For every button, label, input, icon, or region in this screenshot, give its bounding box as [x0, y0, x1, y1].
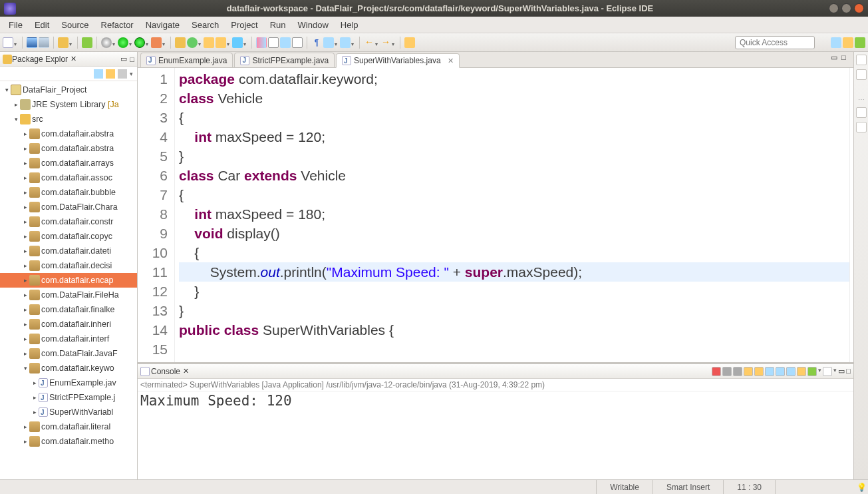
- project-tree[interactable]: ▾DataFlair_Project▸JRE System Library [J…: [0, 81, 137, 479]
- editor-minimize-icon[interactable]: ▭: [831, 53, 840, 63]
- view-close-icon[interactable]: ✕: [71, 55, 76, 63]
- java-perspective-button[interactable]: [843, 37, 853, 48]
- open-type-button[interactable]: [58, 37, 69, 48]
- wrap-dropdown[interactable]: [335, 41, 339, 45]
- package-11[interactable]: ▸com.DataFlair.FileHa: [0, 288, 137, 302]
- annotate-button[interactable]: [268, 37, 279, 48]
- pilcrow-button[interactable]: ¶: [311, 37, 322, 48]
- package-7[interactable]: ▸com.dataflair.copyc: [0, 229, 137, 244]
- view-maximize-icon[interactable]: □: [130, 55, 134, 63]
- new-console-icon[interactable]: [823, 367, 832, 376]
- menu-navigate[interactable]: Navigate: [140, 19, 186, 31]
- collapse-all-icon[interactable]: [94, 69, 103, 79]
- console-minimize-icon[interactable]: ▭: [838, 367, 845, 376]
- package-2[interactable]: ▸com.dataflair.arrays: [0, 156, 137, 170]
- package-13[interactable]: ▸com.dataflair.inheri: [0, 317, 137, 332]
- new-button[interactable]: [3, 37, 13, 48]
- menu-source[interactable]: Source: [55, 19, 94, 31]
- run-dropdown[interactable]: [129, 41, 133, 45]
- back-button[interactable]: ←: [364, 37, 374, 48]
- file-2[interactable]: ▸SuperWithVariabl: [0, 405, 137, 419]
- package-6[interactable]: ▸com.dataflair.constr: [0, 214, 137, 229]
- open-perspective-button[interactable]: [831, 37, 841, 48]
- coverage-button[interactable]: [134, 37, 145, 48]
- debug-button[interactable]: [101, 37, 112, 48]
- forward-button[interactable]: →: [380, 37, 391, 48]
- tasklist-icon[interactable]: [856, 69, 867, 80]
- pin-button[interactable]: [404, 37, 415, 48]
- outline-restore-icon[interactable]: [856, 55, 867, 65]
- format-button[interactable]: [340, 37, 351, 48]
- console-dropdown[interactable]: ▾: [818, 367, 821, 376]
- debug-perspective-button[interactable]: [855, 37, 865, 48]
- menu-window[interactable]: Window: [292, 19, 335, 31]
- menu-run[interactable]: Run: [264, 19, 292, 31]
- new-dropdown[interactable]: [14, 41, 18, 45]
- word-wrap-icon[interactable]: [765, 367, 774, 376]
- editor-maximize-icon[interactable]: □: [841, 53, 851, 63]
- tip-icon[interactable]: 💡: [855, 483, 868, 492]
- open-type-dropdown[interactable]: [69, 41, 73, 45]
- hierarchy-icon[interactable]: [856, 122, 867, 132]
- menu-refactor[interactable]: Refactor: [95, 19, 140, 31]
- menu-search[interactable]: Search: [186, 19, 225, 31]
- format-dropdown[interactable]: [351, 41, 355, 45]
- file-1[interactable]: ▸StrictFPExample.j: [0, 390, 137, 405]
- minimize-button[interactable]: [829, 3, 839, 13]
- outline-icon[interactable]: [856, 107, 867, 118]
- package-14[interactable]: ▸com.dataflair.interf: [0, 332, 137, 346]
- new-package-button[interactable]: [175, 37, 186, 48]
- package-0[interactable]: ▸com.dataflair.abstra: [0, 126, 137, 141]
- toggle-button[interactable]: [82, 37, 92, 48]
- view-minimize-icon[interactable]: ▭: [120, 55, 127, 63]
- package-18[interactable]: ▸com.dataflair.metho: [0, 434, 137, 449]
- show-console-icon[interactable]: [776, 367, 785, 376]
- open-console-icon[interactable]: [807, 367, 817, 376]
- code-editor[interactable]: 123456789101112131415 package com.datafl…: [138, 68, 853, 362]
- package-15[interactable]: ▸com.DataFlair.JavaF: [0, 346, 137, 361]
- package-8[interactable]: ▸com.dataflair.dateti: [0, 244, 137, 258]
- package-3[interactable]: ▸com.dataflair.assoc: [0, 170, 137, 185]
- folder2-button[interactable]: [216, 37, 226, 48]
- view-menu-icon[interactable]: ▾: [130, 71, 133, 77]
- package-1[interactable]: ▸com.dataflair.abstra: [0, 141, 137, 156]
- remove-all-icon[interactable]: [733, 367, 742, 376]
- coverage-dropdown[interactable]: [146, 41, 150, 45]
- tab-close-icon[interactable]: ✕: [448, 57, 454, 65]
- scroll-lock-icon[interactable]: [754, 367, 764, 376]
- editor-tab-1[interactable]: StrictFPExample.java: [234, 53, 335, 67]
- run-last-dropdown[interactable]: [162, 41, 166, 45]
- mark-button[interactable]: [292, 37, 303, 48]
- save-all-button[interactable]: [39, 37, 49, 48]
- package-17[interactable]: ▸com.dataflair.literal: [0, 419, 137, 434]
- menu-edit[interactable]: Edit: [29, 19, 55, 31]
- clear-console-icon[interactable]: [744, 367, 753, 376]
- menu-help[interactable]: Help: [335, 19, 364, 31]
- search-button[interactable]: [256, 37, 267, 48]
- editor-tab-0[interactable]: EnumExample.java: [140, 53, 233, 67]
- package-12[interactable]: ▸com.dataflair.finalke: [0, 302, 137, 317]
- forward-dropdown[interactable]: [392, 41, 396, 45]
- new-class-dropdown[interactable]: [198, 41, 202, 45]
- display-selected-icon[interactable]: [797, 367, 806, 376]
- package-10[interactable]: ▸com.dataflair.encap: [0, 273, 137, 288]
- package-5[interactable]: ▸com.DataFlair.Chara: [0, 200, 137, 214]
- close-button[interactable]: [854, 3, 864, 13]
- editor-tab-2[interactable]: SuperWithVariables.java✕: [336, 53, 460, 68]
- focus-icon[interactable]: [118, 69, 127, 79]
- task-button[interactable]: [280, 37, 291, 48]
- console-close-icon[interactable]: ✕: [183, 367, 189, 375]
- maximize-button[interactable]: [841, 3, 851, 13]
- run-last-button[interactable]: [151, 37, 162, 48]
- package-16[interactable]: ▾com.dataflair.keywo: [0, 361, 137, 375]
- interface-button[interactable]: [232, 37, 243, 48]
- menu-file[interactable]: File: [3, 19, 29, 31]
- folder2-dropdown[interactable]: [227, 41, 231, 45]
- remove-launch-icon[interactable]: [722, 367, 732, 376]
- run-button[interactable]: [118, 37, 128, 48]
- terminate-icon[interactable]: [712, 367, 721, 376]
- save-button[interactable]: [27, 37, 37, 48]
- folder-button[interactable]: [204, 37, 214, 48]
- back-dropdown[interactable]: [375, 41, 379, 45]
- link-editor-icon[interactable]: [106, 69, 115, 79]
